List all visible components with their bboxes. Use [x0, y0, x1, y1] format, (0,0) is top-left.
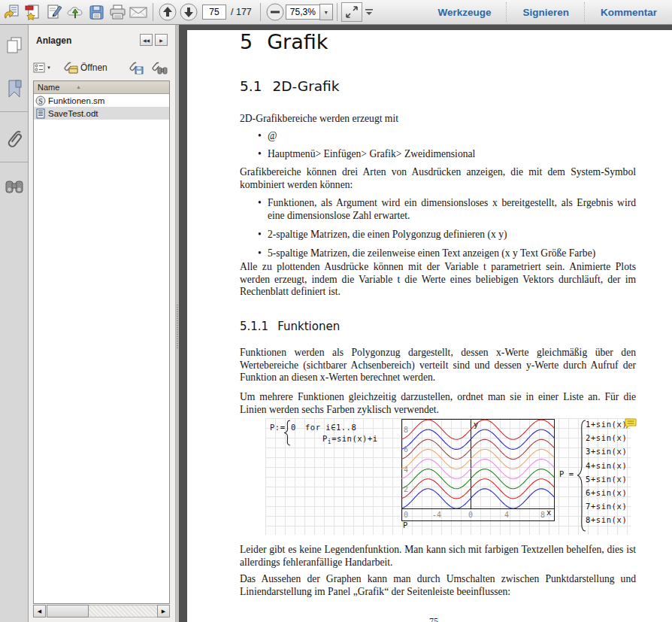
scrollbar-thumb[interactable] [47, 605, 89, 617]
options-button[interactable]: ▼ [33, 62, 51, 73]
toolbar-separator [260, 3, 261, 21]
panel-title: Anlagen [36, 35, 71, 46]
section-heading: 5.12D-Grafik [240, 78, 339, 94]
bullet-text: 2-spaltige Matrizen, die einen Polygonzu… [268, 229, 636, 241]
open-attachment-button[interactable]: Öffnen [63, 62, 107, 74]
save-button[interactable] [86, 2, 107, 23]
bullet-dot: • [258, 229, 262, 241]
paragraph: Alle zu plottenden Ausdrücke können mit … [240, 261, 636, 299]
menu-signieren[interactable]: Signieren [507, 7, 584, 18]
odt-file-icon [35, 108, 46, 119]
bullet-text: Funktionen, als Argument wird ein dimens… [268, 197, 636, 222]
next-page-button[interactable] [178, 2, 199, 23]
sort-ascending-icon: ▲ [76, 84, 81, 90]
bullet-dot: • [258, 148, 262, 161]
attachments-button[interactable] [4, 129, 24, 151]
result-row: 5+sin(x) [586, 475, 627, 488]
attachments-header: Anlagen ◀◀ ▶ [29, 25, 175, 55]
code-for-loop: for i∈1..8 [305, 423, 356, 432]
code-body: Pi=sin(x)+i [322, 434, 378, 445]
svg-text:-4: -4 [432, 511, 441, 519]
figure-smath-screenshot: P:= 0 for i∈1..8 Pi=sin(x)+i -404824680x… [265, 418, 631, 535]
result-lhs: P = [559, 469, 574, 478]
bullet-dot: • [258, 130, 262, 143]
scrollbar-track[interactable] [89, 605, 157, 617]
svg-text:6: 6 [404, 445, 408, 454]
page-total-label: / 177 [231, 7, 252, 17]
bookmarks-icon [6, 79, 23, 99]
paragraph: Leider gibt es keine Legendenfunktion. M… [240, 544, 636, 569]
previous-page-button[interactable] [157, 2, 178, 23]
fit-window-icon [344, 5, 359, 20]
attachment-name: Funktionen.sm [48, 96, 104, 105]
svg-text:8: 8 [540, 511, 545, 519]
collapse-panel-button[interactable]: ◀◀ [140, 34, 153, 46]
nav-panel-strip [0, 25, 29, 622]
code-body-var: P [322, 434, 328, 443]
result-row: 7+sin(x) [586, 502, 627, 515]
attachment-row-savetest[interactable]: SaveTest.odt [34, 107, 169, 120]
list-item: • 2-spaltige Matrizen, die einen Polygon… [258, 229, 636, 241]
chapter-heading: 5Grafik [240, 30, 328, 53]
zoom-level-input[interactable] [286, 5, 319, 20]
paragraph: Grafikbereiche können drei Arten von Aus… [240, 166, 636, 191]
svg-text:0: 0 [468, 511, 473, 519]
subsection-heading: 5.1.1Funktionen [240, 320, 340, 333]
open-attachment-icon [63, 62, 78, 74]
bullet-dot: • [258, 197, 262, 210]
result-row: 3+sin(x) [586, 447, 627, 460]
attachments-icon [5, 129, 23, 151]
code-body-rhs: =sin(x)+i [331, 434, 377, 443]
toolbar-overflow-icon [365, 8, 374, 16]
zoom-out-button[interactable] [265, 2, 286, 23]
expand-panel-button[interactable]: ▶ [155, 34, 168, 46]
result-list: 1+sin(x) 2+sin(x) 3+sin(x) 4+sin(x) 5+si… [586, 420, 627, 529]
fit-window-button[interactable] [341, 2, 362, 22]
open-attachment-label: Öffnen [80, 62, 107, 73]
result-row: 1+sin(x) [586, 420, 627, 433]
open-button[interactable] [2, 2, 23, 23]
attachment-row-funktionen[interactable]: S Funktionen.sm [34, 94, 169, 107]
attachments-list: Name ▲ S Funktionen.sm [33, 80, 170, 604]
zoom-out-icon [265, 2, 285, 22]
section-title: 2D-Grafik [272, 78, 339, 94]
toolbar-overflow-button[interactable] [362, 2, 376, 23]
scroll-left-button[interactable]: ◀ [33, 605, 46, 617]
page-thumbnails-button[interactable] [4, 34, 24, 56]
code-first-line: 0 [291, 423, 296, 432]
save-attachment-button[interactable] [129, 62, 144, 74]
document-area[interactable]: 5Grafik 5.12D-Grafik 2D-Grafikbereiche w… [179, 25, 672, 622]
cloud-upload-button[interactable] [65, 2, 86, 23]
page-up-icon [158, 2, 177, 22]
attachments-toolbar: ▼ Öffnen [33, 58, 170, 77]
svg-text:4: 4 [504, 511, 509, 519]
open-icon [3, 3, 21, 21]
name-column-header[interactable]: Name ▲ [34, 81, 169, 94]
list-item: • 5-spaltige Matrizen, die zeilenweise e… [258, 247, 636, 260]
print-button[interactable] [107, 2, 128, 23]
scroll-right-button[interactable]: ▶ [157, 605, 170, 617]
model-tree-button[interactable] [4, 175, 24, 198]
bookmarks-button[interactable] [4, 77, 24, 100]
toolbar-separator [337, 3, 338, 21]
name-column-label: Name [38, 83, 59, 92]
search-attachments-button[interactable] [151, 62, 168, 74]
svg-text:0: 0 [404, 511, 408, 519]
page-number-input[interactable] [202, 5, 226, 20]
toolbar-separator [153, 3, 153, 21]
subsection-title: Funktionen [277, 320, 340, 333]
attachment-name: SaveTest.odt [48, 109, 98, 118]
sign-button[interactable] [44, 2, 65, 23]
save-attachment-icon [129, 62, 144, 74]
email-icon [129, 3, 148, 21]
zoom-dropdown-button[interactable]: ▼ [319, 4, 333, 20]
page-down-icon [179, 2, 198, 22]
email-button[interactable] [128, 2, 149, 23]
attachments-panel: Anlagen ◀◀ ▶ ▼ [29, 25, 176, 622]
menu-werkzeuge[interactable]: Werkzeuge [422, 7, 506, 18]
menu-kommentar[interactable]: Kommentar [586, 7, 672, 18]
create-pdf-icon [24, 3, 42, 21]
sticky-note-icon[interactable] [624, 418, 637, 429]
create-pdf-button[interactable] [23, 2, 44, 23]
subsection-number: 5.1.1 [240, 320, 268, 333]
